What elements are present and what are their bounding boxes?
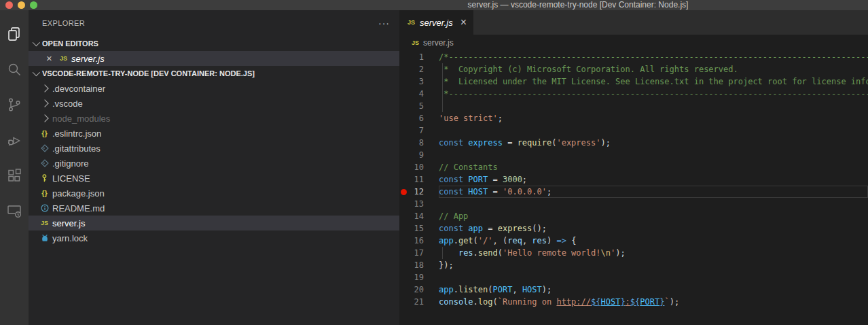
- tree-file-license[interactable]: LICENSE: [29, 171, 399, 186]
- code-line-7[interactable]: 7: [399, 124, 868, 137]
- code-editor[interactable]: 1/*-------------------------------------…: [399, 51, 868, 308]
- run-debug-activity-button[interactable]: [0, 122, 29, 158]
- tree-file-server-js[interactable]: JSserver.js: [29, 216, 399, 230]
- code-line-18[interactable]: 18});: [399, 259, 868, 271]
- breakpoint-gutter[interactable]: [399, 75, 409, 88]
- code-line-content[interactable]: const PORT = 3000;: [439, 173, 868, 186]
- code-line-15[interactable]: 15const app = express();: [399, 222, 868, 235]
- tree-folder-node-modules[interactable]: node_modules: [29, 111, 399, 126]
- tree-file--eslintrc-json[interactable]: {}.eslintrc.json: [29, 126, 399, 141]
- code-line-12[interactable]: 12const HOST = '0.0.0.0';: [399, 186, 868, 198]
- line-number[interactable]: 12: [409, 186, 424, 198]
- open-editors-header[interactable]: OPEN EDITORS: [29, 36, 399, 51]
- code-line-10[interactable]: 10// Constants: [399, 161, 868, 173]
- code-line-content[interactable]: [439, 124, 868, 137]
- breakpoint-gutter[interactable]: [399, 198, 409, 210]
- line-number[interactable]: 18: [409, 259, 424, 271]
- extensions-activity-button[interactable]: [0, 158, 29, 193]
- tree-file-yarn-lock[interactable]: yarn.lock: [29, 230, 399, 245]
- breakpoint-gutter[interactable]: [399, 210, 409, 222]
- breakpoint-gutter[interactable]: [399, 149, 409, 161]
- code-line-16[interactable]: 16app.get('/', (req, res) => {: [399, 235, 868, 247]
- code-line-content[interactable]: app.listen(PORT, HOST);: [439, 284, 868, 296]
- line-number[interactable]: 21: [409, 296, 424, 308]
- code-line-content[interactable]: * Copyright (c) Microsoft Corporation. A…: [439, 63, 868, 75]
- breakpoint-gutter[interactable]: [399, 271, 409, 284]
- tree-file-readme-md[interactable]: README.md: [29, 201, 399, 216]
- more-actions-icon[interactable]: ···: [378, 20, 390, 27]
- breakpoint-gutter[interactable]: [399, 296, 409, 308]
- breakpoint-icon[interactable]: [401, 189, 407, 195]
- line-number[interactable]: 7: [409, 124, 424, 137]
- code-line-4[interactable]: 4 *-------------------------------------…: [399, 88, 868, 100]
- code-line-content[interactable]: const express = require('express');: [439, 137, 868, 149]
- code-line-content[interactable]: });: [439, 259, 868, 271]
- code-line-5[interactable]: 5: [399, 100, 868, 112]
- line-number[interactable]: 3: [409, 75, 424, 88]
- code-line-content[interactable]: app.get('/', (req, res) => {: [439, 235, 868, 247]
- source-control-activity-button[interactable]: [0, 87, 29, 122]
- macos-close-button[interactable]: [5, 1, 13, 9]
- breakpoint-gutter[interactable]: [399, 112, 409, 124]
- tab-server-js[interactable]: JS server.js ×: [399, 10, 473, 35]
- line-number[interactable]: 14: [409, 210, 424, 222]
- breakpoint-gutter[interactable]: [399, 186, 409, 198]
- line-number[interactable]: 11: [409, 173, 424, 186]
- breakpoint-gutter[interactable]: [399, 235, 409, 247]
- code-line-6[interactable]: 6'use strict';: [399, 112, 868, 124]
- code-line-11[interactable]: 11const PORT = 3000;: [399, 173, 868, 186]
- breakpoint-gutter[interactable]: [399, 63, 409, 75]
- code-line-content[interactable]: 'use strict';: [439, 112, 868, 124]
- line-number[interactable]: 9: [409, 149, 424, 161]
- breakpoint-gutter[interactable]: [399, 100, 409, 112]
- code-line-content[interactable]: /*--------------------------------------…: [439, 51, 868, 63]
- line-number[interactable]: 1: [409, 51, 424, 63]
- code-line-content[interactable]: [439, 100, 868, 112]
- code-line-content[interactable]: res.send('Hello remote world!\n');: [439, 247, 868, 259]
- code-line-content[interactable]: [439, 149, 868, 161]
- code-line-17[interactable]: 17 res.send('Hello remote world!\n');: [399, 247, 868, 259]
- code-line-content[interactable]: * Licensed under the MIT License. See Li…: [439, 75, 868, 88]
- code-line-21[interactable]: 21console.log(`Running on http://${HOST}…: [399, 296, 868, 308]
- code-line-content[interactable]: const HOST = '0.0.0.0';: [439, 186, 868, 198]
- code-line-content[interactable]: *---------------------------------------…: [439, 88, 868, 100]
- breakpoint-gutter[interactable]: [399, 124, 409, 137]
- tree-folder--vscode[interactable]: .vscode: [29, 96, 399, 111]
- macos-zoom-button[interactable]: [30, 1, 37, 9]
- search-activity-button[interactable]: [0, 52, 29, 87]
- workspace-root-header[interactable]: VSCODE-REMOTE-TRY-NODE [DEV CONTAINER: N…: [29, 66, 399, 81]
- line-number[interactable]: 10: [409, 161, 424, 173]
- breakpoint-gutter[interactable]: [399, 161, 409, 173]
- code-line-content[interactable]: // App: [439, 210, 868, 222]
- code-line-19[interactable]: 19: [399, 271, 868, 284]
- line-number[interactable]: 5: [409, 100, 424, 112]
- tab-close-icon[interactable]: ×: [460, 18, 467, 27]
- breakpoint-gutter[interactable]: [399, 137, 409, 149]
- breakpoint-gutter[interactable]: [399, 173, 409, 186]
- close-icon[interactable]: ×: [46, 54, 57, 63]
- line-number[interactable]: 20: [409, 284, 424, 296]
- line-number[interactable]: 2: [409, 63, 424, 75]
- line-number[interactable]: 6: [409, 112, 424, 124]
- tree-file-package-json[interactable]: {}package.json: [29, 186, 399, 201]
- breakpoint-gutter[interactable]: [399, 222, 409, 235]
- line-number[interactable]: 19: [409, 271, 424, 284]
- breakpoint-gutter[interactable]: [399, 247, 409, 259]
- code-line-13[interactable]: 13: [399, 198, 868, 210]
- code-line-content[interactable]: [439, 271, 868, 284]
- breadcrumb[interactable]: JS server.js: [399, 35, 868, 51]
- tree-file--gitattributes[interactable]: .gitattributes: [29, 141, 399, 156]
- breakpoint-gutter[interactable]: [399, 259, 409, 271]
- code-line-content[interactable]: console.log(`Running on http://${HOST}:$…: [439, 296, 868, 308]
- code-line-2[interactable]: 2 * Copyright (c) Microsoft Corporation.…: [399, 63, 868, 75]
- code-line-content[interactable]: const app = express();: [439, 222, 868, 235]
- code-line-14[interactable]: 14// App: [399, 210, 868, 222]
- breakpoint-gutter[interactable]: [399, 51, 409, 63]
- line-number[interactable]: 4: [409, 88, 424, 100]
- code-line-8[interactable]: 8const express = require('express');: [399, 137, 868, 149]
- code-line-20[interactable]: 20app.listen(PORT, HOST);: [399, 284, 868, 296]
- line-number[interactable]: 15: [409, 222, 424, 235]
- breakpoint-gutter[interactable]: [399, 284, 409, 296]
- open-editor-item[interactable]: ×JSserver.js: [29, 51, 399, 66]
- breakpoint-gutter[interactable]: [399, 88, 409, 100]
